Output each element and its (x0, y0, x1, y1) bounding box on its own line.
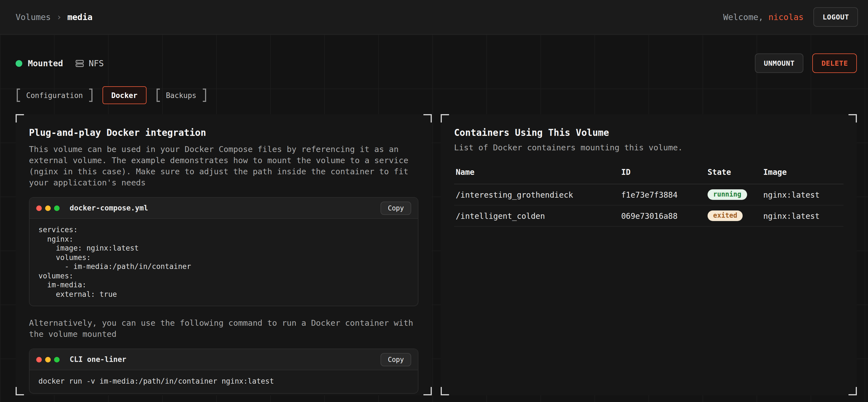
container-image: nginx:latest (763, 190, 843, 199)
compose-code: services: nginx: image: nginx:latest vol… (30, 219, 418, 306)
containers-table: Name ID State Image /interesting_grothen… (454, 168, 843, 227)
tab-label: Configuration (26, 91, 83, 99)
tabs: Configuration Docker Backups (16, 86, 857, 104)
panel-corner-mark (16, 114, 24, 123)
panel-corner-mark (441, 114, 449, 123)
panel-corner-mark (441, 387, 449, 395)
copy-cli-button[interactable]: Copy (380, 353, 411, 366)
column-header-name: Name (454, 168, 621, 176)
state-badge: exited (708, 210, 743, 221)
panel-corner-mark (848, 114, 857, 123)
code-card-header: CLI one-liner Copy (30, 349, 418, 370)
container-id: f1e73e7f3884 (621, 190, 708, 199)
breadcrumb: Volumes › media (16, 12, 92, 22)
panel-title: Plug-and-play Docker integration (29, 128, 418, 138)
code-card-header: docker-compose.yml Copy (30, 198, 418, 219)
tab-configuration[interactable]: Configuration (16, 87, 94, 104)
topbar-right: Welcome, nicolas LOGOUT (723, 7, 858, 27)
containers-panel: Containers Using This Volume List of Doc… (441, 114, 857, 395)
container-id: 069e73016a88 (621, 211, 708, 220)
tab-label: Docker (112, 91, 137, 99)
container-image: nginx:latest (763, 211, 843, 220)
bracket-left-icon (156, 89, 160, 102)
cli-code-card: CLI one-liner Copy docker run -v im-medi… (29, 348, 418, 393)
panel-description: This volume can be used in your Docker C… (29, 144, 418, 188)
panel-corner-mark (424, 114, 432, 123)
window-dot-yellow-icon (45, 357, 51, 362)
bracket-left-icon (17, 89, 20, 102)
code-filename: CLI one-liner (70, 355, 126, 364)
tab-docker[interactable]: Docker (102, 86, 147, 104)
window-dot-red-icon (36, 357, 42, 362)
fs-type-label: NFS (89, 58, 104, 68)
compose-code-card: docker-compose.yml Copy services: nginx:… (29, 197, 418, 306)
status-row: Mounted NFS UNMOUNT DELETE (16, 35, 857, 73)
topbar: Volumes › media Welcome, nicolas LOGOUT (0, 0, 868, 35)
main-content: Mounted NFS UNMOUNT DELETE C (0, 35, 868, 402)
bracket-right-icon (89, 89, 92, 102)
column-header-state: State (708, 168, 763, 176)
panel-title: Containers Using This Volume (454, 128, 843, 138)
container-state: exited (708, 210, 763, 221)
volume-actions: UNMOUNT DELETE (755, 54, 857, 73)
chevron-right-icon: › (56, 12, 62, 22)
copy-compose-button[interactable]: Copy (380, 201, 411, 215)
table-row: /intelligent_colden 069e73016a88 exited … (454, 205, 843, 227)
volume-status: Mounted NFS (16, 58, 104, 68)
window-dot-yellow-icon (45, 205, 51, 211)
app-viewport: Volumes › media Welcome, nicolas LOGOUT … (0, 0, 868, 402)
breadcrumb-current-page: media (67, 12, 92, 22)
panels: Plug-and-play Docker integration This vo… (16, 114, 857, 395)
bracket-right-icon (203, 89, 206, 102)
docker-integration-panel: Plug-and-play Docker integration This vo… (16, 114, 432, 395)
container-state: running (708, 189, 763, 200)
mounted-status-dot (16, 60, 22, 67)
panel-corner-mark (848, 387, 857, 395)
window-dot-green-icon (54, 205, 60, 211)
tab-label: Backups (166, 91, 196, 99)
welcome-prefix: Welcome, (723, 12, 764, 22)
code-filename: docker-compose.yml (70, 204, 148, 212)
panel-corner-mark (16, 387, 24, 395)
breadcrumb-volumes-link[interactable]: Volumes (16, 12, 51, 22)
column-header-image: Image (763, 168, 843, 176)
state-badge: running (708, 189, 747, 200)
username: nicolas (768, 12, 803, 22)
panel-corner-mark (424, 387, 432, 395)
cli-code: docker run -v im-media:/path/in/containe… (30, 370, 418, 393)
container-name: /intelligent_colden (454, 211, 621, 220)
tab-backups[interactable]: Backups (155, 87, 207, 104)
column-header-id: ID (621, 168, 708, 176)
table-row: /interesting_grothendieck f1e73e7f3884 r… (454, 184, 843, 205)
cli-intro-text: Alternatively, you can use the following… (29, 317, 418, 340)
table-header-row: Name ID State Image (454, 168, 843, 184)
delete-button[interactable]: DELETE (812, 54, 857, 73)
welcome-text: Welcome, nicolas (723, 12, 804, 22)
server-stack-icon (75, 59, 84, 68)
mounted-label: Mounted (28, 58, 63, 68)
logout-button[interactable]: LOGOUT (814, 7, 858, 27)
window-dot-green-icon (54, 357, 60, 362)
unmount-button[interactable]: UNMOUNT (755, 54, 804, 73)
panel-subtitle: List of Docker containers mounting this … (454, 143, 843, 152)
container-name: /interesting_grothendieck (454, 190, 621, 199)
window-dot-red-icon (36, 205, 42, 211)
